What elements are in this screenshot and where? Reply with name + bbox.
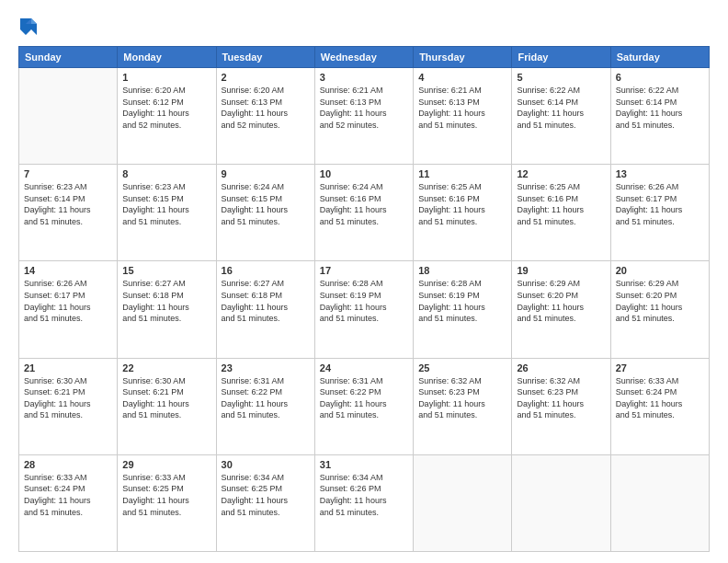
day-info: Sunrise: 6:28 AM Sunset: 6:19 PM Dayligh… [320, 278, 408, 324]
day-number: 25 [418, 362, 506, 373]
calendar-cell [19, 68, 118, 165]
day-number: 3 [320, 72, 408, 83]
day-number: 22 [122, 362, 210, 373]
calendar-day-header: Saturday [610, 47, 709, 68]
svg-marker-0 [20, 18, 37, 35]
day-number: 14 [24, 265, 112, 276]
calendar-week-row: 7Sunrise: 6:23 AM Sunset: 6:14 PM Daylig… [19, 165, 710, 261]
day-number: 16 [222, 265, 310, 276]
page: SundayMondayTuesdayWednesdayThursdayFrid… [0, 0, 728, 563]
calendar-cell: 5Sunrise: 6:22 AM Sunset: 6:14 PM Daylig… [512, 68, 610, 165]
calendar-cell: 30Sunrise: 6:34 AM Sunset: 6:25 PM Dayli… [216, 454, 314, 551]
day-info: Sunrise: 6:24 AM Sunset: 6:15 PM Dayligh… [222, 181, 310, 227]
day-info: Sunrise: 6:21 AM Sunset: 6:13 PM Dayligh… [320, 85, 408, 131]
day-number: 1 [122, 72, 210, 83]
calendar-cell: 21Sunrise: 6:30 AM Sunset: 6:21 PM Dayli… [19, 358, 118, 454]
day-number: 11 [418, 168, 506, 179]
day-info: Sunrise: 6:27 AM Sunset: 6:18 PM Dayligh… [222, 278, 310, 324]
day-number: 2 [222, 72, 310, 83]
day-number: 4 [418, 72, 506, 83]
calendar-cell: 9Sunrise: 6:24 AM Sunset: 6:15 PM Daylig… [216, 165, 314, 261]
day-info: Sunrise: 6:22 AM Sunset: 6:14 PM Dayligh… [517, 85, 605, 131]
calendar-day-header: Monday [118, 47, 216, 68]
calendar-cell: 3Sunrise: 6:21 AM Sunset: 6:13 PM Daylig… [314, 68, 413, 165]
day-number: 18 [418, 265, 506, 276]
day-info: Sunrise: 6:23 AM Sunset: 6:15 PM Dayligh… [122, 181, 210, 227]
day-number: 21 [24, 362, 112, 373]
calendar-day-header: Thursday [414, 47, 512, 68]
day-number: 5 [517, 72, 605, 83]
calendar-cell: 18Sunrise: 6:28 AM Sunset: 6:19 PM Dayli… [414, 261, 512, 358]
day-number: 10 [320, 168, 408, 179]
day-info: Sunrise: 6:25 AM Sunset: 6:16 PM Dayligh… [418, 181, 506, 227]
day-info: Sunrise: 6:22 AM Sunset: 6:14 PM Dayligh… [616, 85, 704, 131]
calendar-week-row: 1Sunrise: 6:20 AM Sunset: 6:12 PM Daylig… [19, 68, 710, 165]
day-info: Sunrise: 6:24 AM Sunset: 6:16 PM Dayligh… [320, 181, 408, 227]
day-info: Sunrise: 6:21 AM Sunset: 6:13 PM Dayligh… [418, 85, 506, 131]
calendar-week-row: 28Sunrise: 6:33 AM Sunset: 6:24 PM Dayli… [19, 454, 710, 551]
day-info: Sunrise: 6:20 AM Sunset: 6:12 PM Dayligh… [122, 85, 210, 131]
calendar-cell: 28Sunrise: 6:33 AM Sunset: 6:24 PM Dayli… [19, 454, 118, 551]
day-info: Sunrise: 6:29 AM Sunset: 6:20 PM Dayligh… [517, 278, 605, 324]
calendar-cell: 25Sunrise: 6:32 AM Sunset: 6:23 PM Dayli… [414, 358, 512, 454]
calendar-header-row: SundayMondayTuesdayWednesdayThursdayFrid… [19, 47, 710, 68]
calendar-cell: 22Sunrise: 6:30 AM Sunset: 6:21 PM Dayli… [118, 358, 216, 454]
calendar-cell: 31Sunrise: 6:34 AM Sunset: 6:26 PM Dayli… [314, 454, 413, 551]
logo-icon [18, 17, 39, 37]
day-info: Sunrise: 6:25 AM Sunset: 6:16 PM Dayligh… [517, 181, 605, 227]
day-info: Sunrise: 6:20 AM Sunset: 6:13 PM Dayligh… [222, 85, 310, 131]
day-number: 20 [616, 265, 704, 276]
day-number: 8 [122, 168, 210, 179]
logo [18, 17, 42, 37]
day-info: Sunrise: 6:33 AM Sunset: 6:24 PM Dayligh… [616, 375, 704, 421]
calendar-cell: 15Sunrise: 6:27 AM Sunset: 6:18 PM Dayli… [118, 261, 216, 358]
calendar-cell: 6Sunrise: 6:22 AM Sunset: 6:14 PM Daylig… [610, 68, 709, 165]
day-info: Sunrise: 6:34 AM Sunset: 6:25 PM Dayligh… [222, 472, 310, 518]
calendar-cell: 23Sunrise: 6:31 AM Sunset: 6:22 PM Dayli… [216, 358, 314, 454]
day-number: 27 [616, 362, 704, 373]
calendar-cell: 17Sunrise: 6:28 AM Sunset: 6:19 PM Dayli… [314, 261, 413, 358]
day-info: Sunrise: 6:26 AM Sunset: 6:17 PM Dayligh… [616, 181, 704, 227]
day-number: 29 [122, 459, 210, 470]
day-number: 28 [24, 459, 112, 470]
day-info: Sunrise: 6:31 AM Sunset: 6:22 PM Dayligh… [320, 375, 408, 421]
calendar-week-row: 21Sunrise: 6:30 AM Sunset: 6:21 PM Dayli… [19, 358, 710, 454]
calendar-week-row: 14Sunrise: 6:26 AM Sunset: 6:17 PM Dayli… [19, 261, 710, 358]
day-number: 19 [517, 265, 605, 276]
calendar-cell: 26Sunrise: 6:32 AM Sunset: 6:23 PM Dayli… [512, 358, 610, 454]
calendar-table: SundayMondayTuesdayWednesdayThursdayFrid… [18, 46, 710, 552]
day-info: Sunrise: 6:33 AM Sunset: 6:24 PM Dayligh… [24, 472, 112, 518]
day-number: 15 [122, 265, 210, 276]
day-info: Sunrise: 6:30 AM Sunset: 6:21 PM Dayligh… [122, 375, 210, 421]
day-number: 7 [24, 168, 112, 179]
calendar-cell: 4Sunrise: 6:21 AM Sunset: 6:13 PM Daylig… [414, 68, 512, 165]
calendar-cell: 19Sunrise: 6:29 AM Sunset: 6:20 PM Dayli… [512, 261, 610, 358]
day-number: 17 [320, 265, 408, 276]
day-info: Sunrise: 6:34 AM Sunset: 6:26 PM Dayligh… [320, 472, 408, 518]
day-info: Sunrise: 6:28 AM Sunset: 6:19 PM Dayligh… [418, 278, 506, 324]
calendar-day-header: Tuesday [216, 47, 314, 68]
calendar-cell: 14Sunrise: 6:26 AM Sunset: 6:17 PM Dayli… [19, 261, 118, 358]
calendar-cell: 8Sunrise: 6:23 AM Sunset: 6:15 PM Daylig… [118, 165, 216, 261]
header [18, 17, 710, 37]
day-number: 30 [222, 459, 310, 470]
day-number: 12 [517, 168, 605, 179]
calendar-cell: 1Sunrise: 6:20 AM Sunset: 6:12 PM Daylig… [118, 68, 216, 165]
day-info: Sunrise: 6:27 AM Sunset: 6:18 PM Dayligh… [122, 278, 210, 324]
day-number: 24 [320, 362, 408, 373]
calendar-cell: 2Sunrise: 6:20 AM Sunset: 6:13 PM Daylig… [216, 68, 314, 165]
day-number: 9 [222, 168, 310, 179]
calendar-day-header: Wednesday [314, 47, 413, 68]
day-info: Sunrise: 6:26 AM Sunset: 6:17 PM Dayligh… [24, 278, 112, 324]
day-info: Sunrise: 6:30 AM Sunset: 6:21 PM Dayligh… [24, 375, 112, 421]
day-info: Sunrise: 6:23 AM Sunset: 6:14 PM Dayligh… [24, 181, 112, 227]
calendar-cell: 11Sunrise: 6:25 AM Sunset: 6:16 PM Dayli… [414, 165, 512, 261]
calendar-cell: 10Sunrise: 6:24 AM Sunset: 6:16 PM Dayli… [314, 165, 413, 261]
calendar-cell: 24Sunrise: 6:31 AM Sunset: 6:22 PM Dayli… [314, 358, 413, 454]
day-info: Sunrise: 6:31 AM Sunset: 6:22 PM Dayligh… [222, 375, 310, 421]
calendar-cell: 13Sunrise: 6:26 AM Sunset: 6:17 PM Dayli… [610, 165, 709, 261]
calendar-cell: 29Sunrise: 6:33 AM Sunset: 6:25 PM Dayli… [118, 454, 216, 551]
day-info: Sunrise: 6:29 AM Sunset: 6:20 PM Dayligh… [616, 278, 704, 324]
calendar-cell [414, 454, 512, 551]
day-info: Sunrise: 6:32 AM Sunset: 6:23 PM Dayligh… [517, 375, 605, 421]
